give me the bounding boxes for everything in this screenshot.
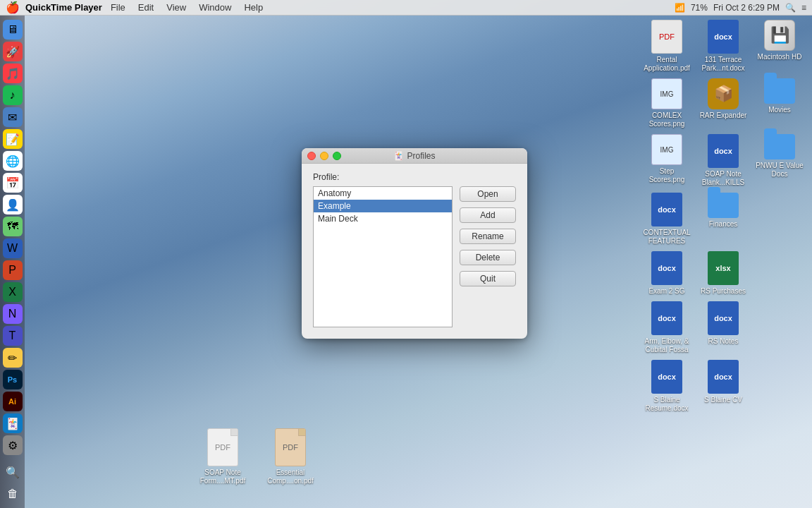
desktop-icon-comlex[interactable]: IMG COMLEX Scores.png bbox=[641, 78, 692, 128]
app-name: QuickTime Player bbox=[25, 2, 102, 13]
desktop-icon-soap-note-form[interactable]: PDF SOAP Note Form....MT.pdf bbox=[197, 428, 248, 485]
desktop-icon-exam2sg[interactable]: docx Exam 2 SG bbox=[641, 251, 692, 296]
desktop-icon-finances[interactable]: Finances bbox=[698, 193, 749, 246]
desktop-icon-macintosh-hd[interactable]: 💾 Macintosh HD bbox=[754, 20, 805, 73]
dock-icon-launchpad[interactable]: 🚀 bbox=[3, 42, 23, 61]
profile-list-container[interactable]: Anatomy Example Main Deck bbox=[313, 186, 453, 327]
dock-icon-onenote[interactable]: N bbox=[3, 304, 23, 324]
menu-help[interactable]: Help bbox=[238, 2, 269, 13]
dialog-titlebar: 🃏 Profiles bbox=[302, 148, 527, 164]
desktop-icon-rental-app[interactable]: PDF Rental Application.pdf bbox=[641, 20, 692, 73]
profile-list: Anatomy Example Main Deck bbox=[314, 187, 452, 225]
desktop-icon-rs-notes[interactable]: docx RS Notes bbox=[698, 301, 749, 354]
rename-button[interactable]: Rename bbox=[460, 229, 516, 244]
desktop-icon-arm-elbow[interactable]: docx Arm, Elbow, & Cubital Fossa bbox=[641, 301, 692, 354]
dock-icon-mail[interactable]: ✉ bbox=[3, 107, 23, 127]
dock: 🖥 🚀 🎵 ♪ ✉ 📝 🌐 📅 👤 🗺 W P X N T ✏ Ps Ai 🃏 … bbox=[0, 16, 25, 508]
dialog-title: 🃏 Profiles bbox=[393, 151, 435, 161]
titlebar-buttons bbox=[307, 152, 341, 160]
menu-wifi-icon: 📶 bbox=[675, 3, 685, 13]
desktop-icon-rar-expander[interactable]: 📦 RAR Expander bbox=[698, 78, 749, 128]
desktop-icon-soap-note-blank[interactable]: docx SOAP Note Blank...KILLS bbox=[698, 134, 749, 187]
dock-icon-chrome[interactable]: 🌐 bbox=[3, 151, 23, 171]
profile-label: Profile: bbox=[313, 172, 516, 182]
menu-battery: 71% bbox=[691, 3, 708, 13]
dock-icon-system-prefs[interactable]: ⚙ bbox=[3, 435, 23, 455]
dock-icon-calendar[interactable]: 📅 bbox=[3, 173, 23, 193]
menubar-right: 📶 71% Fri Oct 2 6:29 PM 🔍 ≡ bbox=[675, 3, 806, 13]
menubar: 🍎 QuickTime Player File Edit View Window… bbox=[0, 0, 812, 16]
dock-icon-ps[interactable]: Ps bbox=[3, 370, 23, 389]
desktop-icon-s-blaine-cv[interactable]: docx S Blaine CV bbox=[698, 360, 749, 413]
profile-item-example[interactable]: Example bbox=[314, 200, 452, 212]
dock-icon-sketch[interactable]: ✏ bbox=[3, 348, 23, 368]
profiles-icon: 🃏 bbox=[393, 151, 404, 161]
add-button[interactable]: Add bbox=[460, 207, 516, 223]
profile-item-anatomy[interactable]: Anatomy bbox=[314, 187, 452, 200]
dock-icon-music[interactable]: 🎵 bbox=[3, 64, 23, 83]
window-maximize-button[interactable] bbox=[333, 152, 341, 160]
dialog-content: Anatomy Example Main Deck Open Add Renam… bbox=[313, 186, 516, 327]
quit-button[interactable]: Quit bbox=[460, 271, 516, 286]
desktop-icon-movies[interactable]: Movies bbox=[754, 78, 805, 128]
desktop-icon-pnwu[interactable]: PNWU E Value Docs bbox=[754, 134, 805, 187]
profiles-dialog[interactable]: 🃏 Profiles Profile: Anatomy Example Main… bbox=[302, 148, 527, 339]
dock-icon-spotify[interactable]: ♪ bbox=[3, 85, 23, 105]
profile-item-main-deck[interactable]: Main Deck bbox=[314, 212, 452, 225]
desktop-icon-step-scores[interactable]: IMG Step Scores.png bbox=[641, 134, 692, 187]
dock-icon-excel[interactable]: X bbox=[3, 282, 23, 302]
dock-icon-contacts[interactable]: 👤 bbox=[3, 195, 23, 214]
desktop-icon-s-blaine-resume[interactable]: docx S Blaine Resume.docx bbox=[641, 360, 692, 413]
menu-edit[interactable]: Edit bbox=[133, 2, 159, 13]
dock-icon-teams[interactable]: T bbox=[3, 326, 23, 346]
menu-view[interactable]: View bbox=[161, 2, 192, 13]
dock-icon-notes[interactable]: 📝 bbox=[3, 129, 23, 149]
dock-icon-finder[interactable]: 🖥 bbox=[3, 20, 23, 40]
desktop-icon-rs-purchases[interactable]: xlsx RS Purchases bbox=[698, 251, 749, 296]
desktop-icon-essential-comp[interactable]: PDF Essential Comp....on.pdf bbox=[265, 428, 316, 485]
dock-icon-maps[interactable]: 🗺 bbox=[3, 217, 23, 236]
menu-datetime: Fri Oct 2 6:29 PM bbox=[713, 3, 780, 13]
menu-controlstrip-icon[interactable]: ≡ bbox=[801, 3, 806, 13]
desktop-icon-contextual[interactable]: docx CONTEXTUAL FEATURES bbox=[641, 193, 692, 246]
apple-menu-icon[interactable]: 🍎 bbox=[6, 1, 20, 14]
dock-icon-trash[interactable]: 🗑 bbox=[3, 484, 23, 504]
dock-icon-word[interactable]: W bbox=[3, 238, 23, 258]
dock-icon-powerpoint[interactable]: P bbox=[3, 260, 23, 280]
dock-icon-ai[interactable]: Ai bbox=[3, 392, 23, 411]
dock-icon-anki[interactable]: 🃏 bbox=[3, 413, 23, 433]
menu-file[interactable]: File bbox=[105, 2, 131, 13]
menu-window[interactable]: Window bbox=[193, 2, 237, 13]
desktop-icon-terrace-park[interactable]: docx 131 Terrace Park...nt.docx bbox=[698, 20, 749, 73]
menubar-items: File Edit View Window Help bbox=[105, 2, 269, 13]
dialog-buttons: Open Add Rename Delete Quit bbox=[460, 186, 516, 327]
window-close-button[interactable] bbox=[307, 152, 316, 160]
dock-icon-search[interactable]: 🔍 bbox=[3, 462, 23, 482]
menu-search-icon[interactable]: 🔍 bbox=[785, 3, 796, 13]
window-minimize-button[interactable] bbox=[320, 152, 328, 160]
delete-button[interactable]: Delete bbox=[460, 250, 516, 265]
open-button[interactable]: Open bbox=[460, 186, 516, 202]
dialog-body: Profile: Anatomy Example Main Deck Open … bbox=[302, 164, 527, 339]
